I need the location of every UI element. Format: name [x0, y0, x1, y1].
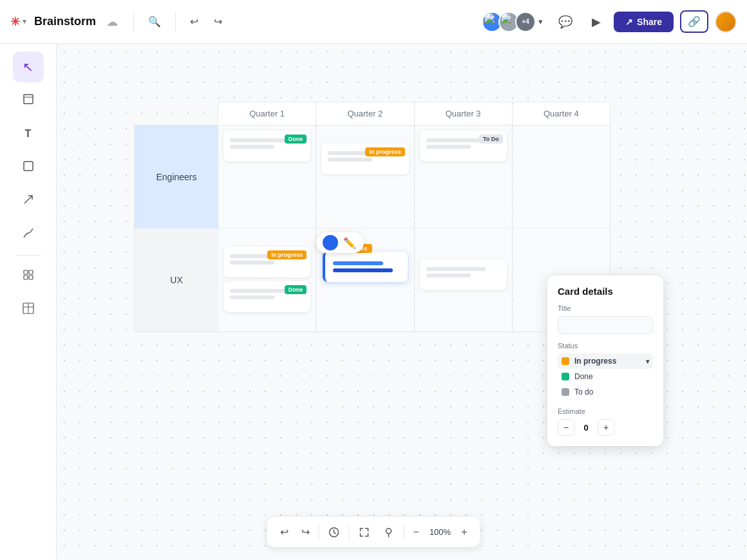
- table-icon: [22, 302, 35, 318]
- tool-text[interactable]: T: [13, 118, 44, 149]
- estimate-plus[interactable]: +: [598, 419, 614, 436]
- frame-icon: [22, 93, 35, 109]
- svg-point-12: [386, 528, 392, 534]
- status-list: In progress ▾ Done To do: [558, 353, 653, 400]
- bottom-expand[interactable]: [354, 523, 375, 542]
- row-ux: UX: [135, 229, 218, 331]
- zoom-out-button[interactable]: −: [408, 523, 424, 542]
- tool-pen[interactable]: [13, 219, 44, 250]
- quarter-1-header: Quarter 1: [218, 102, 316, 125]
- card-line: [230, 138, 289, 142]
- status-chevron: ▾: [646, 358, 649, 365]
- card-eng-q3[interactable]: To Do: [420, 131, 507, 162]
- tool-grid[interactable]: [13, 261, 44, 292]
- row-labels: Engineers UX: [135, 126, 218, 331]
- quarter-4-header: Quarter 4: [513, 102, 610, 125]
- cell-ux-q2: ✏️ In progress: [316, 229, 413, 331]
- col-q1: Done In progress Done: [218, 126, 316, 331]
- status-dot-gray: [562, 388, 569, 396]
- cell-eng-q2: In progress: [316, 126, 413, 229]
- left-toolbar: ↖ T: [0, 44, 57, 560]
- svg-rect-6: [24, 275, 28, 279]
- arrow-icon: [22, 193, 35, 209]
- zoom-in-button[interactable]: +: [456, 523, 472, 542]
- share-button[interactable]: ↗ Share: [614, 12, 674, 32]
- status-done[interactable]: Done: [558, 369, 653, 384]
- title-label: Title: [558, 304, 653, 312]
- bottom-undo[interactable]: ↩: [275, 522, 294, 542]
- status-dot-green: [562, 373, 569, 380]
- board-body: Engineers UX Done: [134, 125, 610, 332]
- avatars-dropdown[interactable]: ▾: [536, 14, 545, 29]
- tool-frame[interactable]: [13, 85, 44, 116]
- avatar-count: +4: [515, 12, 536, 32]
- estimate-label: Estimate: [558, 407, 653, 415]
- card-line2: [426, 145, 471, 149]
- card-line2: [230, 261, 274, 265]
- status-inprogress[interactable]: In progress ▾: [558, 353, 653, 369]
- status-label: Status: [558, 342, 653, 350]
- svg-rect-7: [29, 275, 33, 279]
- link-button[interactable]: 🔗: [680, 10, 708, 33]
- tool-shape[interactable]: [13, 152, 44, 183]
- topbar-divider: [133, 12, 134, 32]
- card-selected[interactable]: In progress: [323, 252, 407, 282]
- cell-ux-q1: In progress Done: [218, 229, 316, 331]
- card-toolbar-avatar: [323, 235, 338, 250]
- present-button[interactable]: 💬: [552, 11, 579, 33]
- selected-line1: [333, 261, 383, 265]
- bottom-bar: ↩ ↪ − 100% +: [267, 517, 480, 547]
- logo-star: ✳: [10, 15, 20, 29]
- status-todo-label: To do: [574, 387, 593, 397]
- status-todo[interactable]: To do: [558, 384, 653, 400]
- card-line2: [328, 158, 372, 162]
- quarter-2-header: Quarter 2: [316, 102, 414, 125]
- quarter-3-header: Quarter 3: [415, 102, 513, 125]
- collaborator-avatars: +4 ▾: [482, 12, 545, 32]
- bottom-redo[interactable]: ↪: [296, 522, 315, 542]
- cell-eng-q3: To Do: [415, 126, 512, 229]
- tool-separator: [15, 255, 41, 256]
- svg-rect-2: [24, 162, 33, 171]
- card-toolbar-edit-button[interactable]: ✏️: [342, 236, 357, 250]
- card-ux-q1-2[interactable]: Done: [223, 281, 310, 312]
- estimate-row: − 0 +: [558, 419, 653, 436]
- card-details-title: Card details: [558, 286, 653, 297]
- bottom-divider2: [349, 525, 350, 540]
- grid-icon: [22, 268, 35, 285]
- user-avatar[interactable]: [715, 11, 737, 33]
- card-toolbar: ✏️: [316, 232, 364, 253]
- card-details-panel: Card details Title Status In progress ▾ …: [547, 275, 663, 446]
- quarter-headers: Quarter 1 Quarter 2 Quarter 3 Quarter 4: [218, 102, 610, 125]
- bottom-history[interactable]: [323, 523, 345, 542]
- zoom-level: 100%: [427, 527, 453, 537]
- canvas[interactable]: Quarter 1 Quarter 2 Quarter 3 Quarter 4 …: [57, 44, 747, 560]
- bottom-pin[interactable]: [378, 523, 400, 542]
- page-title: Brainstorm: [34, 15, 96, 28]
- card-eng-q1[interactable]: Done: [223, 131, 310, 162]
- undo-button[interactable]: ↩: [186, 12, 202, 32]
- tool-arrow[interactable]: [13, 185, 44, 216]
- col-q3: To Do: [415, 126, 513, 331]
- svg-rect-4: [24, 270, 28, 274]
- title-input[interactable]: [558, 316, 653, 334]
- card-line: [426, 138, 486, 142]
- pen-icon: [22, 227, 35, 243]
- card-ux-q3[interactable]: [420, 259, 507, 290]
- estimate-minus[interactable]: −: [558, 419, 574, 436]
- svg-line-3: [24, 196, 32, 203]
- topbar-right: +4 ▾ 💬 ▶ ↗ Share 🔗: [482, 10, 737, 33]
- cell-eng-q1: Done: [218, 126, 316, 229]
- logo-chevron: ▾: [23, 17, 26, 26]
- card-ux-q1[interactable]: In progress: [223, 247, 310, 277]
- card-eng-q2[interactable]: In progress: [321, 144, 408, 174]
- app-logo[interactable]: ✳ ▾: [10, 15, 26, 29]
- tool-table[interactable]: [13, 294, 44, 325]
- search-button[interactable]: 🔍: [144, 12, 165, 32]
- play-button[interactable]: ▶: [585, 11, 607, 33]
- estimate-value: 0: [580, 423, 592, 433]
- redo-button[interactable]: ↪: [210, 12, 226, 32]
- shape-icon: [22, 160, 35, 176]
- tool-select[interactable]: ↖: [13, 51, 44, 82]
- topbar-divider2: [175, 12, 176, 32]
